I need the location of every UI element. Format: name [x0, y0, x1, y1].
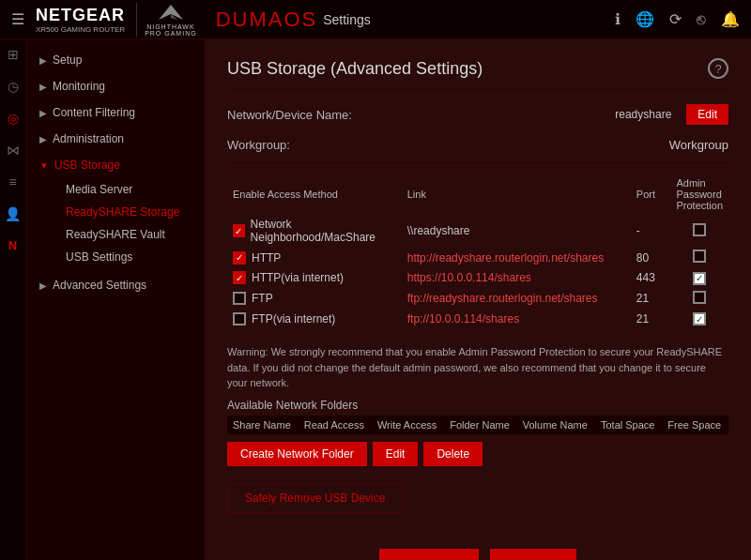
network-name-value: readyshare	[615, 108, 671, 121]
available-folders-title: Available Network Folders	[227, 399, 728, 412]
edit-folder-button[interactable]: Edit	[373, 442, 419, 466]
enable-checkbox-2[interactable]: ✓	[233, 251, 246, 265]
admin-cell-5: ✓	[670, 310, 728, 329]
enable-checkbox-1[interactable]: ✓	[233, 224, 245, 237]
port-cell-3: 443	[631, 268, 671, 288]
page-title-text: USB Storage (Advanced Settings)	[227, 59, 483, 79]
sidebar-label-monitoring: Monitoring	[53, 80, 105, 93]
arrow-down-icon: ▼	[39, 160, 49, 171]
col-total-space: Total Space	[595, 416, 662, 434]
folder-buttons-row: Create Network Folder Edit Delete	[227, 442, 728, 466]
usb-sub-menu: Media Server ReadySHARE Storage ReadySHA…	[26, 178, 204, 268]
table-row: ✓ HTTP http://readyshare.routerlogin.net…	[227, 247, 728, 268]
method-cell: ✓ HTTP(via internet)	[227, 268, 402, 288]
sidebar-item-content-filtering[interactable]: ▶ Content Filtering	[26, 99, 204, 126]
model-text: XR500 GAMING ROUTER	[36, 25, 125, 34]
icon-network[interactable]: ⋈	[7, 143, 20, 158]
main-layout: ⊞ ◷ ◎ ⋈ ≡ 👤 N ▶ Setup ▶ Monitoring ▶ Con…	[0, 39, 751, 560]
pro-gaming-text: PRO GAMING	[145, 30, 197, 37]
sidebar-item-usb-settings[interactable]: USB Settings	[53, 246, 204, 268]
arrow-icon: ▶	[39, 280, 47, 291]
hamburger-icon[interactable]: ☰	[11, 10, 24, 28]
icon-list[interactable]: ≡	[8, 174, 16, 189]
content-area: USB Storage (Advanced Settings) ? Networ…	[205, 39, 751, 560]
sidebar-item-readyshare-vault[interactable]: ReadySHARE Vault	[53, 223, 204, 246]
workgroup-value: Workgroup	[669, 138, 728, 152]
admin-checkbox-1[interactable]	[693, 223, 706, 236]
refresh-button[interactable]: Refresh	[379, 549, 479, 561]
warning-text: Warning: We strongly recommend that you …	[227, 338, 728, 391]
admin-checkbox-4[interactable]	[693, 291, 706, 304]
settings-label: Settings	[323, 12, 371, 27]
enable-checkbox-5[interactable]	[233, 312, 246, 325]
sidebar-item-administration[interactable]: ▶ Administration	[26, 126, 204, 152]
method-cell: FTP	[227, 288, 402, 310]
link-value-4: ftp://readyshare.routerlogin.net/shares	[407, 292, 598, 305]
port-value-2: 80	[636, 251, 649, 265]
admin-checkbox-2[interactable]	[693, 250, 706, 263]
dumaos-title: DUMAOS Settings	[216, 8, 371, 32]
enable-checkbox-3[interactable]: ✓	[233, 271, 246, 284]
folders-table: Share Name Read Access Write Access Fold…	[227, 416, 728, 434]
main-content: USB Storage (Advanced Settings) ? Networ…	[205, 39, 751, 560]
info-icon[interactable]: ℹ	[615, 10, 621, 28]
admin-checkbox-5[interactable]: ✓	[693, 312, 706, 325]
admin-checkbox-3[interactable]: ✓	[693, 272, 706, 285]
bell-icon[interactable]: 🔔	[721, 10, 740, 28]
refresh-icon[interactable]: ⟳	[669, 10, 682, 28]
enable-checkbox-4[interactable]	[233, 292, 246, 305]
dumaos-brand: DUMAOS	[216, 8, 318, 32]
admin-cell-3: ✓	[670, 268, 728, 288]
arrow-icon: ▶	[39, 82, 47, 92]
workgroup-label: Workgroup:	[227, 138, 415, 152]
link-cell-5: ftp://10.0.0.114/shares	[402, 310, 631, 329]
topbar: ☰ NETGEAR XR500 GAMING ROUTER NIGHTHAWK …	[0, 0, 751, 39]
col-enable: Enable Access Method	[227, 174, 402, 215]
icon-dashboard[interactable]: ⊞	[8, 47, 19, 62]
netgear-brand: NETGEAR	[36, 6, 125, 24]
network-name-label: Network/Device Name:	[227, 108, 415, 122]
col-link: Link	[402, 174, 631, 215]
sidebar-item-usb-storage[interactable]: ▼ USB Storage	[26, 152, 204, 178]
sidebar-item-advanced-settings[interactable]: ▶ Advanced Settings	[26, 272, 204, 298]
col-share-name: Share Name	[227, 416, 299, 434]
icon-user[interactable]: 👤	[5, 206, 21, 221]
login-icon[interactable]: ⎋	[697, 11, 706, 28]
help-icon[interactable]: ?	[708, 58, 728, 79]
sidebar-item-media-server[interactable]: Media Server	[53, 178, 204, 201]
create-network-folder-button[interactable]: Create Network Folder	[227, 442, 367, 466]
icon-clock[interactable]: ◷	[8, 79, 19, 94]
method-label: FTP	[252, 292, 273, 305]
sidebar-item-readyshare-storage[interactable]: ReadySHARE Storage	[53, 201, 204, 223]
apply-button[interactable]: Apply	[490, 549, 577, 561]
safely-remove-button[interactable]: Safely Remove USB Device	[227, 483, 403, 513]
sidebar-item-monitoring[interactable]: ▶ Monitoring	[26, 73, 204, 99]
sidebar-item-setup[interactable]: ▶ Setup	[26, 47, 204, 73]
port-value-1: -	[636, 224, 640, 237]
link-cell-4: ftp://readyshare.routerlogin.net/shares	[402, 288, 631, 310]
method-cell: FTP(via internet)	[227, 310, 402, 329]
sidebar-label-administration: Administration	[53, 132, 124, 145]
brand-logo: ☰ NETGEAR XR500 GAMING ROUTER NIGHTHAWK …	[11, 3, 197, 37]
link-value-5: ftp://10.0.0.114/shares	[407, 312, 519, 325]
port-cell-5: 21	[631, 310, 671, 329]
method-label: HTTP	[252, 251, 281, 265]
col-write-access: Write Access	[372, 416, 444, 434]
col-free-space: Free Space	[662, 416, 728, 434]
nighthawk-logo: NIGHTHAWK PRO GAMING	[136, 3, 197, 37]
col-port: Port	[631, 174, 671, 215]
access-methods-table: Enable Access Method Link Port Admin Pas…	[227, 174, 728, 328]
link-cell-3: https://10.0.0.114/shares	[402, 268, 631, 288]
sidebar-label-usb-storage: USB Storage	[54, 159, 120, 172]
icon-target[interactable]: ◎	[8, 111, 19, 126]
link-value-1: \\readyshare	[407, 224, 470, 237]
method-label: HTTP(via internet)	[252, 271, 344, 284]
globe-icon[interactable]: 🌐	[636, 10, 654, 28]
method-label: Network Neighborhood/MacShare	[251, 218, 396, 244]
icon-n[interactable]: N	[8, 238, 17, 252]
admin-cell-2	[670, 247, 728, 268]
edit-name-button[interactable]: Edit	[686, 104, 728, 125]
delete-folder-button[interactable]: Delete	[423, 442, 483, 466]
admin-cell-4	[670, 288, 728, 310]
nighthawk-text: NIGHTHAWK	[146, 23, 195, 30]
